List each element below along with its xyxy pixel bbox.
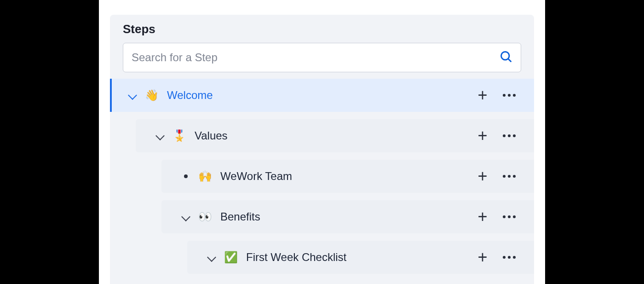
step-emoji: 👀 <box>198 210 212 223</box>
app-canvas: Steps 👋 Welcome <box>99 0 545 284</box>
add-icon[interactable]: + <box>476 251 489 264</box>
chevron-down-icon[interactable] <box>156 133 164 139</box>
step-actions: + <box>476 89 534 102</box>
chevron-down-icon[interactable] <box>128 92 137 99</box>
step-lead: ✅ First Week Checklist <box>207 251 476 264</box>
chevron-down-icon[interactable] <box>207 254 216 261</box>
more-icon[interactable] <box>503 94 516 97</box>
add-icon[interactable]: + <box>476 129 489 142</box>
step-emoji: ✅ <box>224 251 238 264</box>
step-row[interactable]: 👀 Benefits + <box>161 200 534 233</box>
step-label: WeWork Team <box>220 170 292 183</box>
search-icon[interactable] <box>500 50 512 65</box>
step-actions: + <box>476 210 534 223</box>
svg-line-1 <box>508 59 511 62</box>
step-emoji: 🙌 <box>198 170 212 183</box>
step-actions: + <box>476 170 534 183</box>
step-lead: 🙌 WeWork Team <box>182 170 476 183</box>
step-lead: 👀 Benefits <box>182 210 476 223</box>
step-row[interactable]: ✅ First Week Checklist + <box>187 241 534 274</box>
step-row[interactable]: 👋 Welcome + <box>110 79 534 112</box>
more-icon[interactable] <box>503 175 516 178</box>
step-label: First Week Checklist <box>246 251 346 264</box>
steps-panel: Steps 👋 Welcome <box>110 15 534 284</box>
more-icon[interactable] <box>503 134 516 137</box>
more-icon[interactable] <box>503 256 516 259</box>
step-emoji: 🎖️ <box>172 129 186 142</box>
search-box[interactable] <box>123 43 521 72</box>
step-emoji: 👋 <box>145 89 159 102</box>
add-icon[interactable]: + <box>476 89 489 102</box>
step-actions: + <box>476 251 534 264</box>
panel-title: Steps <box>110 20 534 43</box>
add-icon[interactable]: + <box>476 170 489 183</box>
step-label: Welcome <box>167 89 213 102</box>
step-label: Benefits <box>220 210 260 223</box>
chevron-down-icon[interactable] <box>182 214 190 220</box>
more-icon[interactable] <box>503 215 516 218</box>
step-lead: 🎖️ Values <box>156 129 476 142</box>
step-row[interactable]: 🙌 WeWork Team + <box>161 160 534 193</box>
step-actions: + <box>476 129 534 142</box>
step-label: Values <box>195 129 228 142</box>
search-input[interactable] <box>132 51 500 64</box>
add-icon[interactable]: + <box>476 210 489 223</box>
step-lead: 👋 Welcome <box>128 89 476 102</box>
steps-tree: 👋 Welcome + 🎖️ Values + <box>110 79 534 274</box>
search-wrap <box>110 43 534 79</box>
bullet-icon <box>182 174 190 178</box>
step-row[interactable]: 🎖️ Values + <box>136 119 534 152</box>
